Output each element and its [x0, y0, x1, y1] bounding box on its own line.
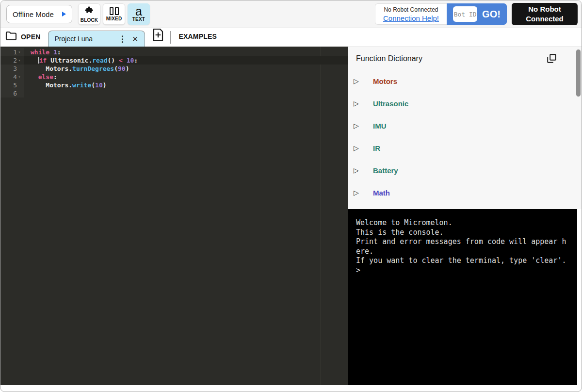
code-token: : — [53, 73, 57, 81]
code-line[interactable]: 6 — [0, 89, 348, 98]
editor-mode-group: BLOCK MIXED a TEXT — [78, 3, 150, 25]
connection-mode-label: Offline Mode — [13, 10, 62, 18]
expand-arrow-icon[interactable]: ▷ — [354, 189, 373, 196]
expand-arrow-icon[interactable]: ▷ — [354, 144, 373, 152]
dictionary-item-ultrasonic[interactable]: ▷Ultrasonic — [348, 92, 582, 114]
console-line: This is the console. — [356, 228, 577, 238]
line-number: 3 — [13, 65, 17, 73]
code-token: : — [57, 49, 61, 56]
code-text — [24, 89, 31, 98]
code-token — [49, 49, 53, 56]
function-dictionary-header: Function Dictionary — [348, 47, 582, 66]
text-mode-button[interactable]: a TEXT — [128, 3, 150, 25]
robot-status-line2: Connected — [512, 14, 578, 24]
robot-status-badge: No Robot Connected — [512, 3, 578, 25]
code-editor[interactable]: 1▾while 1:2▾ if Ultrasonic.read() < 10:3… — [0, 47, 348, 385]
code-token: ( — [91, 82, 95, 89]
go-button[interactable]: GO! — [482, 9, 501, 20]
code-token: read — [92, 57, 107, 64]
expand-arrow-icon[interactable]: ▷ — [354, 122, 373, 130]
function-dictionary-title: Function Dictionary — [356, 54, 547, 63]
code-token: : — [134, 57, 138, 64]
expand-arrow-icon[interactable]: ▷ — [354, 99, 373, 107]
dropdown-arrow-icon — [62, 12, 66, 16]
line-number-gutter: 1▾ — [0, 48, 24, 56]
dictionary-item-battery[interactable]: ▷Battery — [348, 159, 582, 181]
block-mode-button[interactable]: BLOCK — [78, 3, 100, 25]
code-line[interactable]: 4▾ else: — [0, 73, 348, 81]
dictionary-item-robot[interactable]: ▷Robot — [348, 204, 582, 209]
dictionary-item-imu[interactable]: ▷IMU — [348, 114, 582, 137]
expand-arrow-icon[interactable]: ▷ — [354, 166, 373, 174]
block-mode-label: BLOCK — [81, 17, 98, 23]
code-token: turnDegrees — [72, 65, 114, 72]
line-number-gutter: 2▾ — [0, 56, 24, 65]
folder-icon — [5, 31, 17, 43]
console-line: Print and error messages from code will … — [356, 237, 577, 247]
function-dictionary-scrollbar[interactable] — [576, 49, 581, 97]
bot-id-input[interactable] — [453, 6, 477, 22]
code-token: write — [72, 82, 91, 89]
line-number: 2 — [13, 56, 17, 65]
line-number-gutter: 5 — [0, 81, 24, 89]
dictionary-item-ir[interactable]: ▷IR — [348, 137, 582, 159]
open-file-button[interactable]: OPEN — [5, 31, 40, 43]
fold-arrow-icon[interactable]: ▾ — [17, 56, 22, 65]
connection-status-text: No Robot Connected — [384, 6, 438, 13]
console-line: If you want to clear the terminal, type … — [356, 256, 577, 266]
code-token: Ultrasonic. — [47, 57, 92, 64]
code-token: 90 — [118, 65, 126, 72]
connection-controls: No Robot Connected Connection Help! GO! … — [375, 3, 578, 25]
line-number: 6 — [13, 89, 17, 98]
popout-window-icon[interactable] — [547, 54, 556, 63]
tab-close-icon[interactable]: × — [129, 34, 141, 44]
dictionary-item-label: Motors — [373, 77, 397, 85]
code-line[interactable]: 5 Motors.write(10) — [0, 81, 348, 89]
dictionary-item-math[interactable]: ▷Math — [348, 181, 582, 204]
connection-status-card: No Robot Connected Connection Help! — [375, 3, 447, 25]
examples-button[interactable]: EXAMPLES — [178, 33, 217, 40]
code-text: Motors.write(10) — [24, 81, 107, 89]
connection-help-link[interactable]: Connection Help! — [383, 14, 439, 22]
fold-arrow-icon[interactable]: ▾ — [17, 73, 22, 81]
code-token: < — [119, 57, 123, 64]
dictionary-item-label: IR — [373, 144, 380, 152]
dictionary-item-label: IMU — [373, 122, 387, 130]
dictionary-item-motors[interactable]: ▷Motors — [348, 70, 582, 92]
code-token: 10 — [127, 57, 134, 64]
file-plus-icon — [152, 28, 164, 44]
line-number-gutter: 3 — [0, 65, 24, 73]
code-text: while 1: — [24, 48, 61, 56]
connection-mode-dropdown[interactable]: Offline Mode — [6, 5, 72, 23]
app-window: Offline Mode BLOCK MIXED a TEXT N — [0, 0, 582, 392]
connection-group: No Robot Connected Connection Help! GO! — [375, 3, 507, 25]
robot-status-line1: No Robot — [512, 4, 578, 14]
mixed-mode-button[interactable]: MIXED — [103, 3, 125, 25]
tab-menu-icon[interactable]: ⋮ — [115, 34, 129, 44]
new-file-button[interactable] — [152, 28, 164, 44]
code-text: if Ultrasonic.read() < 10: — [24, 56, 138, 65]
code-line[interactable]: 1▾while 1: — [0, 48, 348, 56]
console[interactable]: Welcome to Micromelon.This is the consol… — [348, 209, 577, 385]
text-mode-label: TEXT — [132, 16, 145, 22]
code-text: Motors.turnDegrees(90) — [24, 65, 129, 73]
code-token — [123, 57, 127, 64]
fold-arrow-icon[interactable]: ▾ — [17, 48, 22, 56]
code-line[interactable]: 2▾ if Ultrasonic.read() < 10: — [0, 56, 348, 65]
expand-arrow-icon[interactable]: ▷ — [354, 77, 373, 85]
code-line[interactable]: 3 Motors.turnDegrees(90) — [0, 65, 348, 73]
code-text: else: — [24, 73, 57, 81]
line-number: 5 — [13, 81, 17, 89]
dictionary-item-label: Battery — [373, 166, 398, 175]
letter-a-icon: a — [135, 7, 142, 16]
code-token — [31, 57, 38, 64]
bot-connect-panel: GO! — [447, 3, 507, 25]
project-tab[interactable]: Project Luna ⋮ × — [48, 31, 145, 47]
line-number-gutter: 6 — [0, 89, 24, 98]
code-token: ) — [126, 65, 129, 72]
code-token: else — [38, 73, 53, 81]
dictionary-item-label: Ultrasonic — [373, 99, 408, 108]
code-token: if — [39, 57, 47, 64]
toolbar-divider — [170, 31, 171, 44]
open-label: OPEN — [21, 33, 40, 41]
